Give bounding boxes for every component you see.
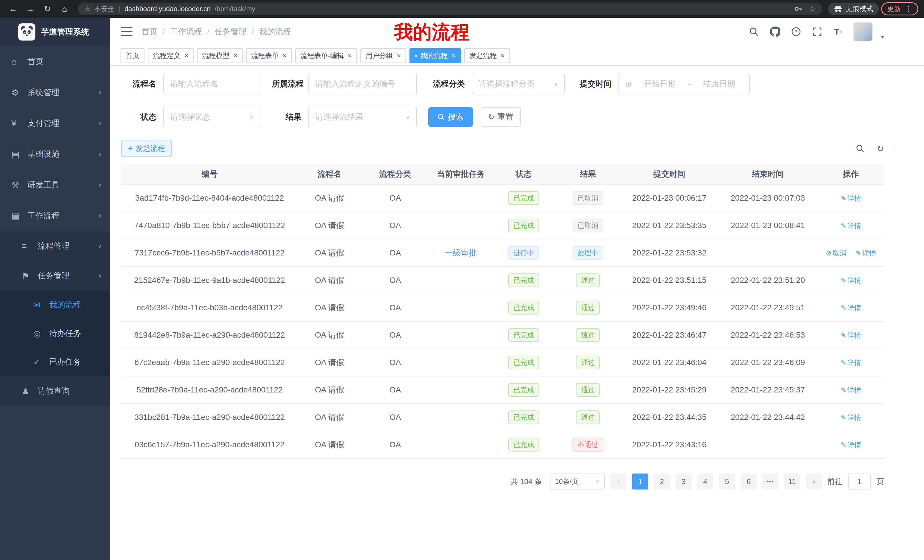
cell-id: 819442e8-7b9a-11ec-a290-acde48001122 (121, 321, 298, 349)
tab[interactable]: 流程模型 × (197, 48, 243, 63)
page-button[interactable]: 3 (676, 473, 692, 490)
cell-current-task (429, 321, 492, 349)
bookmark-star-icon[interactable]: ☆ (809, 4, 816, 13)
cell-status: 已完成 (492, 267, 555, 294)
sidebar-item[interactable]: ⚙ 系统管理 ∨ (0, 77, 110, 108)
sidebar-item[interactable]: ▣ 工作流程 ∧ (0, 201, 110, 231)
sidebar-item[interactable]: ▤ 基础设施 ∨ (0, 139, 110, 169)
page-button[interactable]: 5 (719, 473, 735, 490)
sidebar-item[interactable]: ¥ 支付管理 ∨ (0, 108, 110, 139)
next-page-button[interactable]: › (806, 473, 822, 490)
password-key-icon[interactable] (794, 5, 802, 13)
browser-forward-button[interactable]: → (23, 0, 38, 18)
browser-home-button[interactable]: ⌂ (57, 0, 72, 18)
status-select[interactable]: 请选择状态 ∨ (164, 107, 260, 127)
detail-link[interactable]: ✎ 详情 (841, 386, 861, 395)
browser-reload-button[interactable]: ↻ (40, 0, 55, 18)
breadcrumb-item[interactable]: / 我的流程 (252, 26, 291, 37)
detail-link[interactable]: ✎ 详情 (841, 440, 861, 449)
cell-result: 通过 (555, 376, 621, 404)
help-icon[interactable]: ? (790, 22, 802, 41)
page-button[interactable]: 4 (697, 473, 713, 490)
breadcrumb-item[interactable]: / 工作流程 (163, 26, 202, 37)
detail-link[interactable]: ✎ 详情 (841, 413, 861, 422)
fullscreen-icon[interactable] (811, 22, 824, 41)
cell-status: 已完成 (492, 321, 555, 349)
search-icon[interactable] (747, 22, 760, 41)
search-button[interactable]: 搜索 (428, 107, 473, 127)
result-tag: 通过 (576, 273, 600, 287)
category-select[interactable]: 请选择流程分类 ∨ (472, 73, 565, 94)
sidebar-item[interactable]: ♟ 请假查询 (0, 376, 110, 406)
sidebar-item[interactable]: ≡ 流程管理 ∨ (0, 231, 110, 261)
sidebar-item[interactable]: ⚒ 研发工具 ∨ (0, 169, 110, 201)
process-definition-input[interactable] (308, 73, 417, 94)
address-bar[interactable]: ⚠ 不安全 | dashboard.yudao.iocoder.cn /bpm/… (78, 3, 822, 15)
detail-link[interactable]: ✎ 详情 (855, 249, 876, 258)
page-size-select[interactable]: 10条/页 ∨ (550, 473, 605, 490)
app-logo[interactable]: 芋道管理系统 (0, 18, 110, 46)
browser-menu-icon[interactable]: ⋮ (905, 4, 912, 13)
status-tag: 已完成 (508, 356, 539, 369)
tab[interactable]: 发起流程 × (464, 48, 510, 63)
sidebar-item[interactable]: ⌂ 首页 (0, 46, 110, 77)
detail-link[interactable]: ✎ 详情 (841, 303, 861, 313)
page-button[interactable]: 2 (654, 473, 670, 490)
avatar-caret-icon[interactable]: ▾ (881, 33, 884, 40)
cell-process-name: OA 请假 (298, 431, 361, 458)
detail-link[interactable]: ✎ 详情 (841, 276, 861, 285)
page-button[interactable]: 1 (632, 473, 648, 490)
tab-close-icon[interactable]: × (184, 52, 189, 59)
tab-close-icon[interactable]: × (452, 52, 456, 59)
browser-back-button[interactable]: ← (6, 0, 21, 18)
tab-close-icon[interactable]: × (283, 52, 286, 59)
avatar[interactable] (853, 22, 873, 41)
tab-close-icon[interactable]: × (348, 52, 352, 59)
cell-id: 7470a810-7b9b-11ec-b5b7-acde48001122 (121, 212, 298, 239)
task-link[interactable]: 一级审批 (445, 248, 477, 257)
page-button[interactable]: 6 (741, 473, 757, 490)
prev-page-button[interactable]: ‹ (610, 473, 627, 490)
hamburger-icon[interactable] (121, 27, 132, 36)
tab[interactable]: 流程定义 × (148, 48, 194, 63)
detail-link[interactable]: ✎ 详情 (841, 358, 861, 367)
sidebar-item[interactable]: ⚑ 任务管理 ∧ (0, 261, 110, 290)
tab-close-icon[interactable]: × (234, 52, 238, 59)
page-button[interactable]: 11 (784, 473, 800, 490)
page-button[interactable]: ••• (762, 473, 778, 490)
sidebar-item[interactable]: ✓ 已办任务 (0, 347, 110, 376)
sidebar-item[interactable]: ◎ 待办任务 (0, 319, 110, 347)
tab[interactable]: 首页 (120, 48, 144, 63)
breadcrumb-item[interactable]: / 首页 (142, 26, 158, 37)
create-process-button[interactable]: + 发起流程 (121, 140, 172, 157)
cell-current-task (429, 349, 492, 376)
detail-link[interactable]: ✎ 详情 (841, 194, 861, 203)
submit-time-range-picker[interactable]: ⊞ 开始日期 - 结束日期 (618, 73, 750, 94)
browser-update-button[interactable]: 更新 ⋮ (881, 2, 918, 15)
font-size-icon[interactable]: TT (832, 22, 844, 41)
result-select[interactable]: 请选择流结果 ∨ (308, 107, 417, 127)
refresh-table-button[interactable]: ↻ (877, 144, 884, 154)
tab-close-icon[interactable]: × (397, 52, 401, 59)
tab[interactable]: 流程表单 × (246, 48, 292, 63)
tab-close-icon[interactable]: × (501, 52, 505, 59)
breadcrumb-label: 我的流程 (259, 26, 291, 37)
tab[interactable]: 流程表单-编辑 × (295, 48, 357, 63)
cancel-link[interactable]: ⊘ 取消 (826, 249, 846, 258)
reset-button[interactable]: ↻ 重置 (481, 107, 521, 127)
goto-page-input[interactable] (848, 473, 871, 490)
breadcrumb-item[interactable]: / 任务管理 (207, 26, 247, 37)
breadcrumb-label: 任务管理 (215, 26, 247, 37)
process-name-input[interactable] (164, 73, 260, 94)
detail-link[interactable]: ✎ 详情 (841, 331, 861, 340)
detail-label: 详情 (848, 276, 861, 285)
tab[interactable]: ● 我的流程 × (410, 48, 461, 63)
github-icon[interactable] (769, 22, 781, 41)
cell-submit-time: 2022-01-22 23:46:47 (621, 321, 718, 349)
breadcrumb-label: 首页 (142, 26, 158, 37)
toggle-search-button[interactable] (856, 144, 864, 153)
chevron-icon: ∨ (98, 243, 102, 249)
detail-link[interactable]: ✎ 详情 (841, 221, 861, 231)
tab[interactable]: 用户分组 × (360, 48, 406, 63)
sidebar-item[interactable]: ✉ 我的流程 (0, 290, 110, 319)
